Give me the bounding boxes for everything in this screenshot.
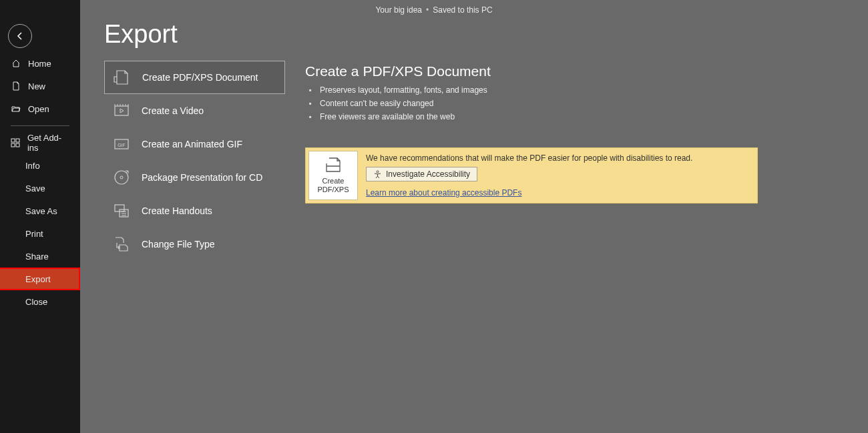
change-filetype-icon <box>112 235 131 254</box>
nav-info[interactable]: Info <box>0 154 80 177</box>
svg-point-8 <box>120 176 123 179</box>
recommendation-text: We have recommendations that will make t… <box>366 153 692 163</box>
nav-get-addins[interactable]: Get Add-ins <box>0 131 80 154</box>
page-title: Export <box>104 20 868 49</box>
main-content: Export Create PDF/XPS Document Create a … <box>80 0 868 433</box>
video-icon <box>112 101 131 120</box>
handouts-icon <box>112 201 131 220</box>
nav-label: Close <box>25 297 47 307</box>
new-icon <box>11 81 21 91</box>
detail-bullet: Free viewers are available on the web <box>320 110 868 123</box>
accessibility-recommendation-box: Create PDF/XPS We have recommendations t… <box>305 147 758 203</box>
investigate-btn-label: Investigate Accessibility <box>386 169 470 179</box>
pdf-document-icon <box>113 68 132 87</box>
export-detail-pane: Create a PDF/XPS Document Preserves layo… <box>305 61 868 261</box>
nav-new[interactable]: New <box>0 75 80 97</box>
open-folder-icon <box>11 104 21 113</box>
nav-label: Save <box>25 183 45 193</box>
export-option-change-filetype[interactable]: Change File Type <box>104 228 285 261</box>
nav-label: Home <box>28 59 51 69</box>
export-option-pdfxps[interactable]: Create PDF/XPS Document <box>104 61 285 94</box>
addins-icon <box>11 138 21 147</box>
export-option-label: Create an Animated GIF <box>142 139 242 149</box>
detail-bullets: Preserves layout, formatting, fonts, and… <box>305 83 868 123</box>
backstage-sidebar: Home New Open Get Add-ins Info Save Save… <box>0 0 80 433</box>
svg-rect-4 <box>115 106 128 115</box>
investigate-accessibility-button[interactable]: Investigate Accessibility <box>366 167 477 181</box>
gif-icon: GIF <box>112 135 131 153</box>
back-button[interactable] <box>8 24 32 48</box>
nav-share[interactable]: Share <box>0 245 80 268</box>
nav-label: New <box>28 81 45 91</box>
nav-close[interactable]: Close <box>0 290 80 313</box>
nav-label: Save As <box>25 206 57 216</box>
svg-rect-2 <box>11 143 15 147</box>
nav-divider <box>11 125 69 126</box>
export-options-list: Create PDF/XPS Document Create a Video G… <box>104 61 285 261</box>
nav-label: Info <box>25 161 40 171</box>
export-option-video[interactable]: Create a Video <box>104 94 285 127</box>
svg-rect-1 <box>16 139 19 142</box>
home-icon <box>11 59 21 68</box>
detail-bullet: Preserves layout, formatting, fonts, and… <box>320 83 868 97</box>
export-option-label: Package Presentation for CD <box>142 172 262 183</box>
export-option-gif[interactable]: GIF Create an Animated GIF <box>104 127 285 161</box>
nav-print[interactable]: Print <box>0 222 80 245</box>
create-pdfxps-button[interactable]: Create PDF/XPS <box>308 151 358 200</box>
nav-export[interactable]: Export <box>0 268 80 290</box>
nav-save[interactable]: Save <box>0 177 80 199</box>
create-btn-line2: PDF/XPS <box>317 185 349 193</box>
svg-rect-3 <box>16 143 19 147</box>
learn-more-link[interactable]: Learn more about creating accessible PDF… <box>366 188 692 197</box>
svg-point-11 <box>377 171 379 173</box>
svg-text:GIF: GIF <box>118 143 126 147</box>
nav-label: Open <box>28 104 49 114</box>
export-option-label: Create Handouts <box>142 205 212 216</box>
nav-save-as[interactable]: Save As <box>0 199 80 222</box>
nav-open[interactable]: Open <box>0 97 80 120</box>
nav-label: Export <box>25 274 51 284</box>
export-pdf-icon <box>324 157 343 174</box>
nav-label: Share <box>25 252 49 262</box>
create-btn-line1: Create <box>322 177 344 185</box>
detail-bullet: Content can't be easily changed <box>320 97 868 110</box>
export-option-package-cd[interactable]: Package Presentation for CD <box>104 161 285 194</box>
export-option-handouts[interactable]: Create Handouts <box>104 194 285 228</box>
cd-icon <box>112 168 131 187</box>
detail-title: Create a PDF/XPS Document <box>305 63 868 79</box>
export-option-label: Create PDF/XPS Document <box>142 72 258 83</box>
nav-home[interactable]: Home <box>0 52 80 75</box>
svg-rect-0 <box>11 139 15 142</box>
accessibility-person-icon <box>373 170 382 179</box>
export-option-label: Change File Type <box>142 239 214 250</box>
export-option-label: Create a Video <box>142 105 204 116</box>
back-arrow-icon <box>15 31 25 41</box>
nav-label: Print <box>25 229 43 239</box>
nav-label: Get Add-ins <box>27 133 69 153</box>
